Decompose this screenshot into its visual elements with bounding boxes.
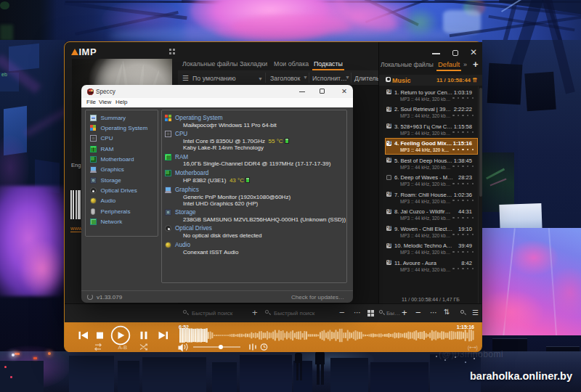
- svg-text:A-B: A-B: [118, 344, 128, 351]
- svg-text:(⟷): (⟷): [468, 345, 478, 351]
